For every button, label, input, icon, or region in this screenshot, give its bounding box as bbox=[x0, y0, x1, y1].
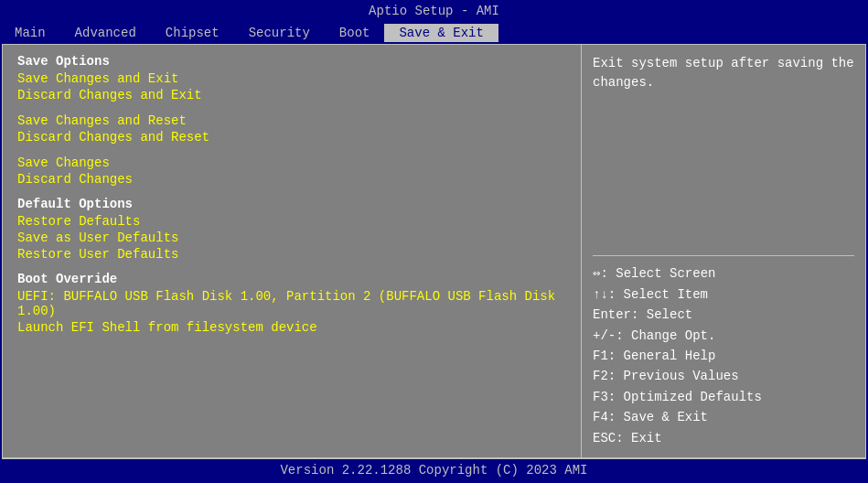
menu-option-2-0[interactable]: Save Changes bbox=[17, 155, 566, 171]
menu-option-3-2[interactable]: Restore User Defaults bbox=[17, 246, 566, 263]
key-help-line-4: F1: General Help bbox=[593, 346, 854, 366]
key-help-line-3: +/-: Change Opt. bbox=[593, 326, 854, 346]
title-bar: Aptio Setup - AMI bbox=[0, 0, 868, 22]
left-panel: Save OptionsSave Changes and ExitDiscard… bbox=[3, 45, 582, 457]
menu-item-advanced[interactable]: Advanced bbox=[60, 24, 151, 42]
key-help-line-1: ↑↓: Select Item bbox=[593, 284, 854, 305]
title-text: Aptio Setup - AMI bbox=[369, 4, 499, 18]
section-header-4: Boot Override bbox=[17, 272, 566, 286]
right-panel: Exit system setup after saving the chang… bbox=[582, 45, 865, 457]
footer: Version 2.22.1288 Copyright (C) 2023 AMI bbox=[2, 458, 866, 481]
menu-option-0-1[interactable]: Discard Changes and Exit bbox=[17, 87, 566, 103]
menu-option-4-0[interactable]: UEFI: BUFFALO USB Flash Disk 1.00, Parti… bbox=[17, 288, 566, 319]
menu-item-chipset[interactable]: Chipset bbox=[151, 24, 234, 42]
key-help-line-0: ⇔: Select Screen bbox=[593, 263, 854, 284]
key-help-line-6: F3: Optimized Defaults bbox=[593, 387, 854, 407]
key-help-line-8: ESC: Exit bbox=[593, 428, 854, 448]
key-help-line-5: F2: Previous Values bbox=[593, 366, 854, 386]
key-help-line-2: Enter: Select bbox=[593, 305, 854, 325]
menu-option-2-1[interactable]: Discard Changes bbox=[17, 171, 566, 188]
menu-option-3-0[interactable]: Restore Defaults bbox=[17, 213, 566, 230]
menu-option-4-1[interactable]: Launch EFI Shell from filesystem device bbox=[17, 319, 566, 336]
menu-option-0-0[interactable]: Save Changes and Exit bbox=[17, 70, 566, 87]
menu-item-main[interactable]: Main bbox=[0, 24, 60, 42]
menu-item-security[interactable]: Security bbox=[234, 24, 325, 42]
divider bbox=[593, 255, 854, 256]
app: Aptio Setup - AMI MainAdvancedChipsetSec… bbox=[0, 0, 868, 483]
menu-bar[interactable]: MainAdvancedChipsetSecurityBootSave & Ex… bbox=[0, 22, 868, 44]
menu-option-1-0[interactable]: Save Changes and Reset bbox=[17, 113, 566, 129]
menu-option-1-1[interactable]: Discard Changes and Reset bbox=[17, 129, 566, 145]
menu-item-save---exit[interactable]: Save & Exit bbox=[384, 24, 498, 42]
footer-text: Version 2.22.1288 Copyright (C) 2023 AMI bbox=[280, 463, 587, 478]
main-content: Save OptionsSave Changes and ExitDiscard… bbox=[2, 44, 866, 458]
section-header-0: Save Options bbox=[17, 54, 566, 69]
key-help-line-7: F4: Save & Exit bbox=[593, 407, 854, 427]
menu-item-boot[interactable]: Boot bbox=[325, 24, 385, 42]
help-text: Exit system setup after saving the chang… bbox=[593, 54, 854, 248]
menu-option-3-1[interactable]: Save as User Defaults bbox=[17, 230, 566, 246]
section-header-3: Default Options bbox=[17, 197, 566, 211]
key-help: ⇔: Select Screen↑↓: Select ItemEnter: Se… bbox=[593, 263, 854, 448]
